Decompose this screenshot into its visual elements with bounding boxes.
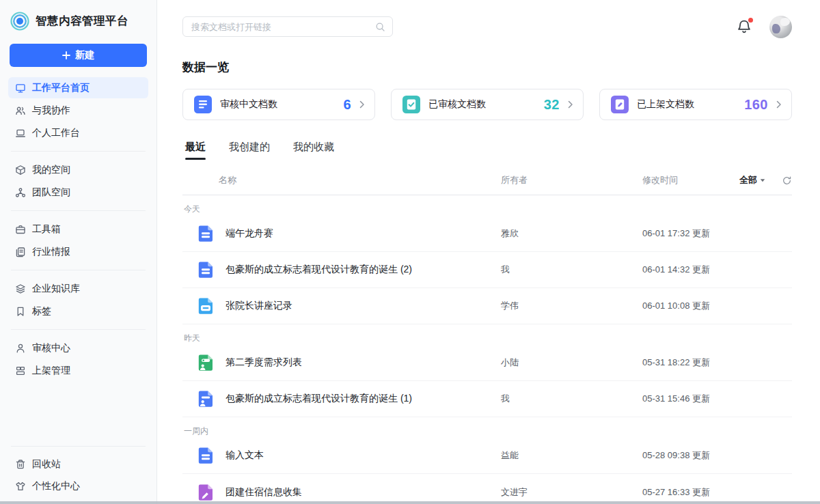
sidebar-item-team-space[interactable]: 团队空间 — [8, 182, 148, 203]
purple-form-doc-icon — [196, 483, 215, 502]
group-label-today: 今天 — [182, 195, 792, 216]
refresh-icon[interactable] — [782, 176, 792, 186]
sidebar-item-trash[interactable]: 回收站 — [8, 453, 148, 475]
doc-modified-time: 05-31 15:46 更新 — [642, 393, 792, 405]
sidebar-item-toolbox[interactable]: 工具箱 — [8, 219, 148, 240]
sidebar-item-label: 团队空间 — [32, 186, 70, 199]
sidebar-item-label: 企业知识库 — [32, 283, 80, 295]
collaboration-icon — [15, 105, 26, 116]
sidebar-item-knowledge-base[interactable]: 企业知识库 — [8, 278, 148, 299]
doc-owner: 益能 — [501, 449, 642, 462]
blue-doc-icon — [196, 260, 215, 279]
doc-title: 包豪斯的成立标志着现代设计教育的诞生 (2) — [226, 264, 412, 276]
stat-card-label: 已审核文档数 — [428, 98, 486, 111]
plus-icon — [62, 51, 70, 59]
workbench-home-icon — [15, 83, 26, 94]
search-box[interactable] — [182, 16, 393, 37]
tab-created-by-me[interactable]: 我创建的 — [229, 141, 270, 160]
doc-owner: 雅欣 — [501, 227, 642, 240]
notification-bell-icon[interactable] — [737, 18, 752, 35]
doc-title: 第二季度需求列表 — [226, 356, 302, 369]
table-row[interactable]: 团建住宿信息收集 文进宇 05-27 16:33 更新 — [182, 474, 792, 504]
doc-list-tabs: 最近 我创建的 我的收藏 — [182, 141, 792, 160]
sidebar-item-personalization[interactable]: 个性化中心 — [8, 475, 148, 496]
doc-modified-time: 05-31 18:22 更新 — [642, 356, 792, 369]
stat-card-reviewed[interactable]: 已审核文档数 32 — [391, 89, 584, 120]
stat-card-reviewing[interactable]: 审核中文档数 6 — [182, 89, 375, 120]
tab-recent[interactable]: 最近 — [185, 141, 206, 160]
publish-management-icon — [15, 365, 26, 376]
group-label-within-week: 一周内 — [182, 417, 792, 438]
cyan-recording-doc-icon — [196, 296, 215, 316]
search-icon — [375, 22, 385, 32]
sidebar-item-publish-management[interactable]: 上架管理 — [8, 360, 148, 381]
sidebar-item-label: 标签 — [32, 305, 51, 318]
sidebar-item-tags[interactable]: 标签 — [8, 300, 148, 322]
green-shared-sheet-icon — [196, 353, 215, 372]
tag-icon — [15, 306, 26, 317]
personal-workspace-icon — [15, 128, 26, 139]
doc-title: 端午龙舟赛 — [226, 227, 273, 240]
table-row[interactable]: 端午龙舟赛 雅欣 06-01 17:32 更新 — [182, 216, 792, 252]
app-window: 智慧内容管理平台 新建 工作平台首页 与我协作 — [0, 0, 820, 504]
sidebar-item-label: 我的空间 — [32, 164, 70, 176]
platform-logo-icon — [10, 11, 30, 31]
table-row[interactable]: 输入文本 益能 05-28 09:38 更新 — [182, 438, 792, 474]
sidebar-item-label: 行业情报 — [32, 246, 70, 258]
sidebar-item-label: 回收站 — [32, 458, 61, 471]
blue-doc-icon — [196, 224, 215, 243]
doc-modified-time: 05-28 09:38 更新 — [642, 449, 792, 462]
doc-title: 包豪斯的成立标志着现代设计教育的诞生 (1) — [226, 393, 412, 405]
doc-title: 输入文本 — [226, 449, 264, 462]
tab-favorites[interactable]: 我的收藏 — [293, 141, 334, 160]
user-avatar[interactable] — [769, 16, 792, 38]
column-header-name: 名称 — [219, 174, 501, 186]
sidebar: 智慧内容管理平台 新建 工作平台首页 与我协作 — [0, 0, 157, 504]
knowledge-base-icon — [15, 283, 26, 294]
stat-card-value: 32 — [544, 97, 560, 113]
search-input[interactable] — [191, 22, 375, 32]
sidebar-item-industry-info[interactable]: 行业情报 — [8, 241, 148, 262]
table-row[interactable]: 包豪斯的成立标志着现代设计教育的诞生 (1) 我 05-31 15:46 更新 — [182, 381, 792, 417]
stat-card-published[interactable]: 已上架文档数 160 — [599, 89, 792, 120]
brand: 智慧内容管理平台 — [0, 8, 156, 38]
type-filter-dropdown[interactable]: 全部 — [739, 174, 765, 186]
divider — [11, 210, 146, 211]
sidebar-item-label: 审核中心 — [32, 342, 70, 354]
blue-shared-doc-icon — [196, 389, 215, 408]
blue-doc-icon — [196, 446, 215, 465]
doc-owner: 我 — [501, 393, 642, 405]
review-center-icon — [15, 343, 26, 354]
filter-label: 全部 — [739, 174, 757, 186]
doc-modified-time: 06-01 17:32 更新 — [642, 227, 792, 240]
table-header: 名称 所有者 修改时间 全部 — [182, 174, 792, 195]
table-row[interactable]: 包豪斯的成立标志着现代设计教育的诞生 (2) 我 06-01 14:32 更新 — [182, 252, 792, 288]
doc-title: 团建住宿信息收集 — [226, 486, 302, 499]
sidebar-item-workbench-home[interactable]: 工作平台首页 — [8, 77, 148, 98]
industry-info-icon — [15, 247, 26, 257]
table-row[interactable]: 张院长讲座记录 学伟 06-01 10:08 更新 — [182, 288, 792, 324]
sidebar-item-label: 上架管理 — [32, 365, 70, 377]
group-label-yesterday: 昨天 — [182, 324, 792, 345]
sidebar-item-review-center[interactable]: 审核中心 — [8, 337, 148, 359]
new-document-button[interactable]: 新建 — [10, 44, 147, 67]
sidebar-item-personal-workspace[interactable]: 个人工作台 — [8, 122, 148, 143]
doc-owner: 我 — [501, 264, 642, 276]
table-row[interactable]: 第二季度需求列表 小陆 05-31 18:22 更新 — [182, 345, 792, 381]
topbar-right — [737, 16, 792, 38]
divider — [11, 329, 146, 330]
divider — [11, 151, 146, 152]
column-header-owner: 所有者 — [501, 174, 642, 186]
sidebar-item-label: 个人工作台 — [32, 127, 80, 139]
doc-modified-time: 06-01 10:08 更新 — [642, 300, 792, 312]
sidebar-item-collaboration[interactable]: 与我协作 — [8, 100, 148, 121]
sidebar-item-my-space[interactable]: 我的空间 — [8, 159, 148, 180]
chevron-right-icon — [359, 100, 365, 109]
topbar — [182, 16, 792, 37]
sidebar-item-label: 与我协作 — [32, 104, 70, 117]
doc-list: 今天 端午龙舟赛 雅欣 06-01 17:32 更新 包豪斯的成立标志着现代设计… — [182, 195, 792, 504]
overview-title: 数据一览 — [182, 59, 792, 75]
sidebar-item-label: 工具箱 — [32, 223, 61, 236]
new-document-label: 新建 — [75, 49, 94, 61]
reviewing-docs-icon — [194, 96, 212, 113]
